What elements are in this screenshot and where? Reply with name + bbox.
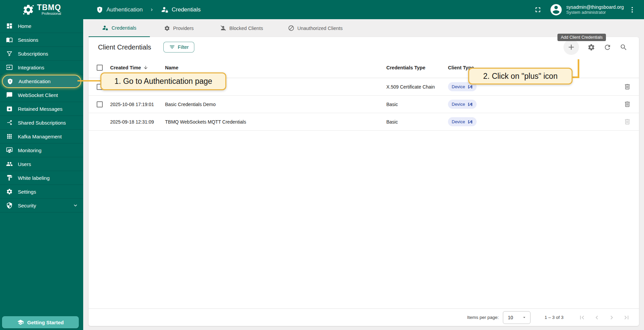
search-icon — [620, 43, 627, 51]
tbmq-logo-gear-icon — [22, 4, 34, 16]
card-header: Client Credentials Filter — [89, 37, 639, 57]
more-menu-button[interactable] — [629, 6, 636, 13]
app-root: TBMQ Professional Authentication Credent… — [0, 0, 644, 330]
tab-providers[interactable]: Providers — [150, 19, 208, 37]
person-off-icon — [220, 25, 226, 31]
getting-started-button[interactable]: Getting Started — [2, 316, 79, 328]
cell-created-time: 2025-10-08 17:19:01 — [110, 102, 165, 107]
sidebar-item-home[interactable]: Home — [0, 19, 83, 33]
main-content: Credentials Providers Blocked Clients Un… — [83, 19, 644, 330]
select-all-checkbox[interactable] — [97, 65, 103, 71]
user-info: sysadmin@thingsboard.org System administ… — [566, 4, 624, 15]
gear-icon — [587, 43, 595, 51]
cell-client-type: Device — [448, 117, 614, 126]
cell-client-type: Device — [448, 100, 614, 109]
delete-button[interactable] — [624, 101, 631, 108]
user-lock-icon — [161, 6, 169, 13]
tab-unauthorized-clients[interactable]: Unauthorized Clients — [275, 19, 355, 37]
tab-credentials[interactable]: Credentials — [89, 19, 150, 37]
column-header-name[interactable]: Name — [165, 65, 386, 70]
sidebar-item-sessions[interactable]: Sessions — [0, 33, 83, 47]
trash-icon — [624, 118, 631, 125]
delete-button-disabled — [624, 118, 631, 125]
table-row[interactable]: 2025-10-08 17:19:01 Basic Credentials De… — [89, 96, 639, 113]
sidebar-item-settings[interactable]: Settings — [0, 185, 83, 199]
client-type-chip: Device — [448, 117, 477, 126]
paginator: Items per page: 10 1 – 3 of 3 — [89, 308, 639, 326]
sidebar-item-security[interactable]: Security — [0, 199, 83, 212]
avatar[interactable] — [549, 3, 563, 16]
sidebar-item-shared-subscriptions[interactable]: Shared Subscriptions — [0, 116, 83, 130]
dashboard-icon — [6, 23, 13, 29]
topbar-right: sysadmin@thingsboard.org System administ… — [534, 3, 636, 16]
tab-bar: Credentials Providers Blocked Clients Un… — [89, 19, 639, 37]
sidebar-item-authentication[interactable]: Authentication — [2, 75, 81, 88]
cell-credentials-type: Basic — [386, 102, 448, 107]
shield-half-icon — [6, 202, 13, 209]
chevron-right-icon — [149, 7, 155, 12]
paint-icon — [6, 174, 13, 181]
device-icon — [468, 119, 473, 125]
search-button[interactable] — [620, 43, 627, 51]
plus-icon — [567, 43, 576, 52]
previous-page-button — [593, 314, 601, 321]
trash-icon — [624, 101, 631, 108]
sidebar-item-users[interactable]: Users — [0, 157, 83, 171]
add-credentials-button[interactable] — [564, 39, 579, 55]
sidebar: Home Sessions Subscriptions Integrations… — [0, 19, 83, 330]
table-row[interactable]: 2025-09-18 12:31:09 TBMQ WebSockets MQTT… — [89, 113, 639, 131]
column-header-created-time[interactable]: Created Time — [110, 65, 165, 70]
user-role: System administrator — [566, 10, 624, 15]
breadcrumb-authentication[interactable]: Authentication — [96, 6, 143, 13]
device-icon — [468, 102, 473, 107]
monitor-icon — [6, 147, 13, 154]
sidebar-item-websocket-client[interactable]: WebSocket Client — [0, 88, 83, 102]
dropdown-caret-icon — [522, 315, 527, 320]
refresh-button[interactable] — [604, 43, 611, 51]
more-vert-icon — [629, 6, 636, 13]
annotation-connector-2-vertical — [578, 59, 579, 78]
filter-button[interactable]: Filter — [163, 42, 194, 53]
client-type-chip: Device — [448, 100, 477, 109]
annotation-step-2: 2. Click on "plus" icon — [468, 68, 573, 85]
page-size-select[interactable]: 10 — [503, 311, 530, 324]
chevron-down-icon — [72, 202, 78, 208]
column-header-credentials-type[interactable]: Credentials Type — [386, 65, 448, 70]
first-page-button — [578, 314, 586, 321]
apps-grid-icon — [6, 133, 13, 140]
page-range-label: 1 – 3 of 3 — [545, 315, 564, 320]
fullscreen-icon — [534, 6, 542, 14]
page-title: Client Credentials — [98, 43, 151, 51]
sidebar-item-monitoring[interactable]: Monitoring — [0, 143, 83, 157]
add-credentials-tooltip: Add Client Credentials — [557, 34, 606, 41]
sidebar-item-retained-messages[interactable]: Retained Messages — [0, 102, 83, 116]
annotation-connector-1 — [77, 80, 102, 81]
brand-name: TBMQ — [37, 4, 61, 11]
breadcrumb-label: Authentication — [106, 6, 143, 13]
sidebar-item-subscriptions[interactable]: Subscriptions — [0, 47, 83, 61]
row-checkbox[interactable] — [97, 101, 103, 107]
sidebar-item-integrations[interactable]: Integrations — [0, 61, 83, 74]
sidebar-item-kafka-management[interactable]: Kafka Management — [0, 130, 83, 143]
table-settings-button[interactable] — [587, 43, 595, 51]
delete-button[interactable] — [624, 83, 631, 90]
sidebar-spacer — [0, 212, 83, 316]
trash-icon — [624, 83, 631, 90]
user-lock-icon — [102, 25, 108, 31]
call-split-icon — [6, 119, 13, 126]
next-page-button — [608, 314, 615, 321]
sidebar-item-white-labeling[interactable]: White labeling — [0, 171, 83, 185]
topbar: TBMQ Professional Authentication Credent… — [0, 0, 644, 19]
sort-desc-icon — [143, 65, 148, 70]
breadcrumb-credentials[interactable]: Credentials — [161, 6, 201, 13]
chat-icon — [6, 92, 13, 98]
gear-icon — [6, 188, 13, 195]
tbmq-logo[interactable]: TBMQ Professional — [0, 0, 83, 19]
breadcrumb-label: Credentials — [172, 6, 201, 13]
filter-list-icon — [169, 44, 175, 50]
tab-blocked-clients[interactable]: Blocked Clients — [208, 19, 275, 37]
fullscreen-button[interactable] — [534, 6, 542, 14]
cell-credentials-type: X.509 Certificate Chain — [386, 84, 448, 90]
input-icon — [6, 64, 13, 71]
brand-subtitle: Professional — [42, 11, 61, 15]
